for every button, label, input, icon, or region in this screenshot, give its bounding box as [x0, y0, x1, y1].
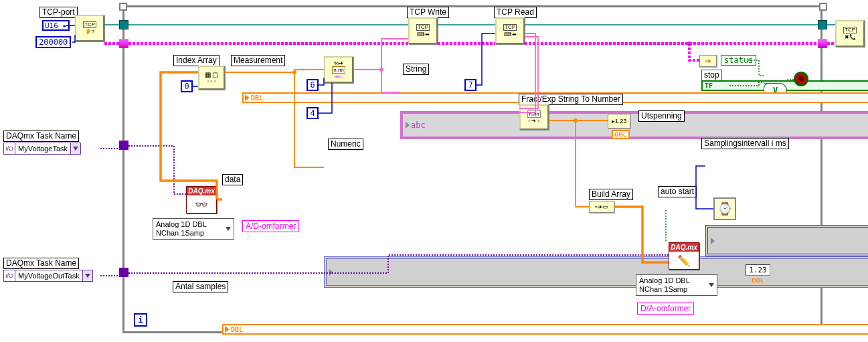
const-index-0[interactable]: 0 — [181, 80, 193, 92]
numeric-indicator: 1.23 DBL — [324, 256, 868, 288]
daqmx-read-banner: DAQ.mx — [187, 187, 216, 195]
tcp-listen-node[interactable]: TCP 👂? — [75, 15, 104, 41]
daqmx-read-poly-selector[interactable]: Analog 1D DBL NChan 1Samp — [153, 218, 234, 240]
daqmx-task-in-text: MyVoltageTask — [15, 145, 70, 153]
daqmx-read-data-label: data — [222, 174, 243, 185]
glasses-icon: 👓 — [195, 198, 208, 211]
tcp-read-label: TCP Read — [494, 7, 537, 18]
const-6[interactable]: 6 — [307, 79, 319, 91]
daqmx-task-name-label-1: DAQmx Task Name — [3, 131, 79, 142]
index-array-node[interactable]: ▦ ▢ ◦ ▫ ▫ — [198, 66, 225, 90]
daqmx-read-poly-text: Analog 1D DBL NChan 1Samp — [156, 220, 207, 238]
tunnel-tcp-ref-out — [818, 20, 827, 29]
loop-stop-terminal[interactable] — [794, 72, 808, 86]
tunnel-error-in — [119, 39, 128, 48]
tunnel-tcp-ref-in — [119, 20, 128, 29]
daqmx-task-out-text: MyVoltageOutTask — [15, 272, 82, 280]
build-array-node[interactable]: ▫➔▭ — [589, 201, 614, 213]
sampling-indicator: 1.23 I16 — [705, 225, 868, 256]
loop-iteration-terminal: i — [134, 313, 147, 327]
daqmx-task-name-label-2: DAQmx Task Name — [3, 258, 79, 269]
string-value: abc — [411, 120, 426, 130]
daqmx-write-poly-text: Analog 1D DBL NChan 1Samp — [639, 276, 690, 294]
sampling-label: Samplingsintervall i ms — [701, 138, 789, 149]
auto-start-label: auto start — [658, 186, 697, 197]
tunnel-daqmx-in-1 — [119, 141, 128, 150]
frame-corner — [819, 3, 827, 11]
tcp-read-node[interactable]: TCP ⌨⬅ — [495, 17, 525, 44]
const-4[interactable]: 4 — [307, 107, 319, 119]
const-200000[interactable]: 200000 — [35, 36, 71, 48]
ad-comment: A/D-omformer — [242, 220, 299, 232]
to-dbl-node[interactable]: ▸1.23 — [608, 114, 630, 129]
numeric-type: DBL — [752, 277, 764, 284]
numeric-label: Numeric — [328, 139, 363, 150]
frame-corner — [119, 3, 127, 11]
da-comment: D/A-omformer — [637, 303, 694, 315]
numeric-value: 1.23 — [746, 264, 770, 276]
dropdown-icon[interactable] — [82, 270, 92, 281]
utspenning-label: Utspenning — [638, 110, 685, 122]
dropdown-icon[interactable] — [226, 227, 231, 231]
tcp-write-node[interactable]: TCP ⌨➡ — [408, 17, 438, 44]
index-array-label: Index Array — [173, 55, 220, 66]
measurement-label: Measurement — [231, 55, 285, 66]
fract-exp-label: Fract/Exp String To Number — [519, 94, 623, 105]
daqmx-write-poly-selector[interactable]: Analog 1D DBL NChan 1Samp — [636, 274, 717, 296]
tcp-write-label: TCP Write — [407, 7, 449, 18]
tcp-port-type[interactable]: U16 ▸ — [42, 20, 70, 31]
daqmx-read-node[interactable]: DAQ.mx 👓 — [186, 186, 217, 213]
stop-value: TF — [705, 82, 713, 90]
daqmx-read-data-indicator: DBL — [222, 324, 868, 335]
build-array-label: Build Array — [589, 189, 633, 200]
tcp-close-node[interactable]: TCP ✖📞 — [835, 20, 865, 47]
pencil-icon: ✏️ — [677, 254, 691, 267]
utspenning-type-tag: DBL — [612, 130, 630, 139]
status-field-label: status — [721, 55, 756, 66]
dropdown-icon[interactable] — [70, 143, 80, 154]
daqmx-task-out-control[interactable]: I/O MyVoltageOutTask — [3, 270, 93, 282]
dropdown-icon[interactable] — [709, 283, 714, 287]
string-indicator: abc — [400, 111, 868, 139]
stop-label: stop — [701, 70, 722, 81]
string-label: String — [403, 64, 429, 75]
daqmx-task-in-control[interactable]: I/O MyVoltageTask — [3, 143, 81, 155]
tunnel-daqmx-in-2 — [119, 268, 128, 277]
wait-ms-node[interactable]: ⌚ — [713, 197, 736, 220]
antal-samples-label: Antal samples — [173, 281, 228, 292]
measurement-type: DBL — [251, 94, 263, 102]
tcp-port-label: TCP-port — [39, 7, 78, 18]
format-into-string-node[interactable]: %➔ n.nn abc — [324, 56, 353, 83]
daqmx-write-node[interactable]: DAQ.mx ✏️ — [669, 242, 699, 270]
daqmx-read-data-type: DBL — [231, 326, 243, 333]
fract-exp-node[interactable]: n.nn ▫ ➔ ▫ — [519, 104, 549, 130]
outer-left-bar — [0, 0, 5, 342]
const-7[interactable]: 7 — [464, 79, 476, 91]
daqmx-write-banner: DAQ.mx — [669, 243, 699, 252]
unbundle-by-name-node[interactable]: ➜ — [699, 55, 717, 67]
tunnel-error-out — [818, 39, 827, 48]
